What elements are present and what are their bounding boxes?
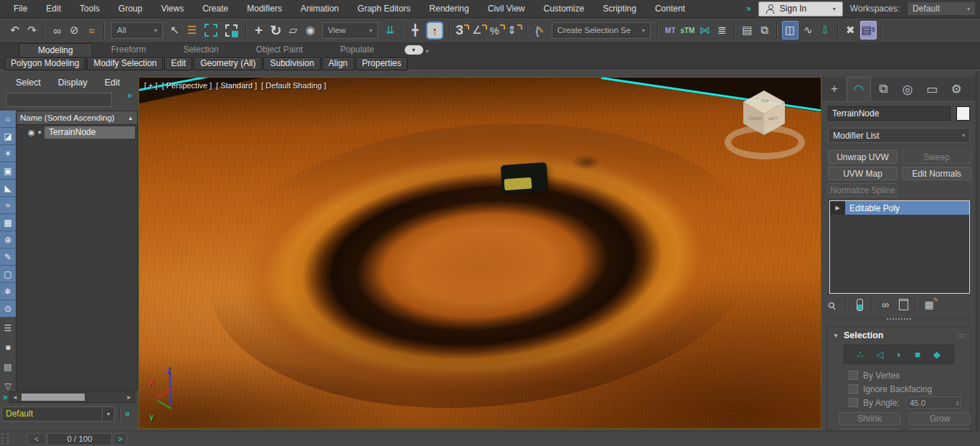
visibility-eye-icon[interactable]: ◉ — [28, 128, 35, 137]
search-input[interactable] — [6, 93, 112, 107]
undo-icon[interactable]: ↶ — [7, 22, 22, 39]
ribbon-panel-button[interactable]: Polygon Modeling — [4, 57, 85, 70]
select-object-icon[interactable]: ↖ — [167, 22, 182, 39]
ribbon-tab[interactable]: Populate — [321, 43, 392, 57]
ribbon-tab[interactable]: Selection — [164, 43, 237, 57]
TerrainNode[interactable]: ◉ ● TerrainNode — [17, 125, 137, 139]
menu-item[interactable]: Graph Editors — [348, 0, 420, 17]
menu-item[interactable]: Group — [109, 0, 151, 17]
display-particles-filter[interactable]: ❄ — [0, 283, 16, 300]
scene-explorer-menu[interactable]: Display — [50, 78, 96, 88]
angle-spinner-field[interactable]: 45.0 ▴▾ — [906, 396, 961, 409]
modifier-button[interactable]: Normalize Spline — [828, 183, 897, 197]
tab-utilities[interactable]: ⚙ — [944, 77, 969, 101]
node-name[interactable]: TerrainNode — [44, 126, 135, 139]
display-cameras-filter[interactable]: ▣ — [0, 162, 16, 180]
object-color-swatch[interactable] — [956, 106, 970, 121]
menu-item[interactable]: File — [4, 0, 37, 17]
tab-motion[interactable]: ◎ — [895, 77, 920, 101]
scrollbar-thumb[interactable] — [22, 394, 85, 401]
mt-tool-icon[interactable]: MT — [663, 22, 678, 39]
display-groups-filter[interactable]: ▦ — [0, 214, 16, 231]
scene-explorer-menu[interactable]: Edit — [96, 78, 129, 88]
viewport-label[interactable]: [ Standard ] — [216, 81, 257, 90]
panel-splitter[interactable] — [828, 318, 970, 320]
viewport-label[interactable]: [ Perspective ] — [162, 81, 212, 90]
polygon-subobject-icon[interactable]: ■ — [915, 349, 920, 360]
rectangular-selection-region-icon[interactable] — [204, 24, 217, 37]
chevron-down-icon[interactable]: ▾ — [426, 48, 429, 55]
select-by-name-icon[interactable]: ☰ — [184, 22, 199, 39]
select-and-link-icon[interactable]: ∞ — [50, 22, 65, 39]
schematic-view-icon[interactable]: ∿ — [801, 22, 816, 39]
chevron-down-icon[interactable]: ▾ — [102, 407, 114, 421]
select-and-move-icon[interactable]: + — [251, 22, 266, 39]
menu-item[interactable]: Tools — [70, 0, 109, 17]
spinner-arrows-icon[interactable]: ▴▾ — [956, 400, 960, 406]
workspace-dropdown[interactable]: Default ▾ — [907, 1, 976, 16]
selection-filter-dropdown[interactable]: All ▾ — [111, 22, 163, 39]
configure-modifier-sets-icon[interactable]: ▦ ✎ — [923, 299, 935, 310]
drag-grip-icon[interactable]: ∷∷ — [957, 332, 965, 340]
select-and-scale-icon[interactable]: ▱ — [286, 22, 301, 39]
border-subobject-icon[interactable]: ◗ — [896, 349, 902, 360]
keyboard-override-toggle-icon[interactable]: ↑ — [426, 22, 443, 40]
named-selection-set-dropdown[interactable]: Create Selection Se ▾ — [552, 22, 651, 39]
stm-tool-icon[interactable]: sTM — [680, 22, 695, 39]
menu-item[interactable]: Scripting — [593, 0, 646, 17]
percent-snap-icon[interactable]: % — [489, 22, 504, 39]
element-subobject-icon[interactable]: ◆ — [933, 349, 941, 360]
snaps-toggle-3d-icon[interactable]: 3 — [455, 22, 470, 39]
toggle-scene-explorer-icon[interactable]: ▤ — [740, 22, 755, 39]
edge-subobject-icon[interactable]: ◁ — [876, 349, 883, 360]
shrink-button[interactable]: Shrink — [839, 412, 900, 425]
list-view-button[interactable]: ☰ — [0, 320, 16, 337]
make-unique-icon[interactable]: ∞ — [880, 299, 891, 310]
spinner-snap-icon[interactable]: ⇕ — [507, 22, 522, 39]
curve-editor-icon[interactable]: ◫ — [782, 21, 798, 40]
menu-item[interactable]: Rendering — [420, 0, 478, 17]
menu-item[interactable]: Edit — [37, 0, 70, 17]
use-pivot-center-icon[interactable]: ⇊ — [382, 22, 397, 39]
menu-item[interactable]: Animation — [291, 0, 348, 17]
by-vertex-checkbox[interactable] — [849, 371, 858, 380]
ribbon-tab[interactable]: Object Paint — [237, 43, 321, 57]
command-panel-scrollbar[interactable] — [976, 71, 980, 431]
bind-to-space-warp-icon[interactable]: ≈ — [84, 22, 99, 39]
viewcube-cube[interactable]: TOP FRONT LEFT — [743, 90, 785, 135]
collapse-arrow-icon[interactable]: ▼ — [833, 333, 839, 339]
tab-create[interactable]: + — [822, 77, 847, 101]
modifier-button[interactable]: Sweep — [902, 150, 971, 164]
layer-overflow-chevron[interactable]: » — [125, 409, 130, 419]
ribbon-panel-button[interactable]: Edit — [164, 57, 192, 70]
menu-item[interactable]: Views — [151, 0, 193, 17]
stack-item-label[interactable]: Editable Poly — [845, 201, 969, 215]
display-containers-filter[interactable]: ▢ — [0, 266, 16, 283]
frame-counter[interactable]: 0 / 100 — [47, 433, 112, 445]
ribbon-tab[interactable]: Freeform — [93, 43, 165, 57]
display-visibility-filter[interactable]: ⊙ — [0, 300, 16, 317]
ribbon-panel-button[interactable]: Modify Selection — [87, 57, 163, 70]
object-name-field[interactable] — [828, 106, 951, 121]
menu-item[interactable]: Modifiers — [237, 0, 291, 17]
reference-coordinate-dropdown[interactable]: View ▾ — [322, 22, 378, 39]
horizontal-scrollbar[interactable]: ◄ ► — [9, 391, 135, 403]
sign-in-button[interactable]: Sign In ▾ — [758, 1, 843, 17]
display-bones-filter[interactable]: ✎ — [0, 248, 16, 266]
window-crossing-icon[interactable] — [225, 24, 237, 37]
tab-hierarchy[interactable]: ⧉ — [871, 77, 895, 101]
display-shapes-filter[interactable]: ◪ — [0, 128, 16, 145]
grow-button[interactable]: Grow — [909, 412, 971, 425]
toolbar-overflow-chevron[interactable]: » — [746, 4, 751, 14]
scene-explorer-menu[interactable]: Select — [7, 78, 50, 88]
ribbon-panel-button[interactable]: Geometry (All) — [194, 57, 262, 70]
selection-rollout-header[interactable]: ▼ Selection ∷∷ — [827, 327, 971, 343]
material-editor-icon[interactable]: ⇩ — [818, 22, 833, 39]
display-helpers-filter[interactable]: ◣ — [0, 180, 16, 197]
viewcube[interactable]: TOP FRONT LEFT — [722, 88, 808, 162]
menu-item[interactable]: Civil View — [479, 0, 534, 17]
display-xrefs-filter[interactable]: ⊕ — [0, 231, 16, 248]
display-lights-filter[interactable]: ☀ — [0, 145, 16, 162]
modifier-stack[interactable]: ▶ Editable Poly — [829, 200, 970, 294]
drag-grip-icon[interactable] — [1, 434, 9, 445]
